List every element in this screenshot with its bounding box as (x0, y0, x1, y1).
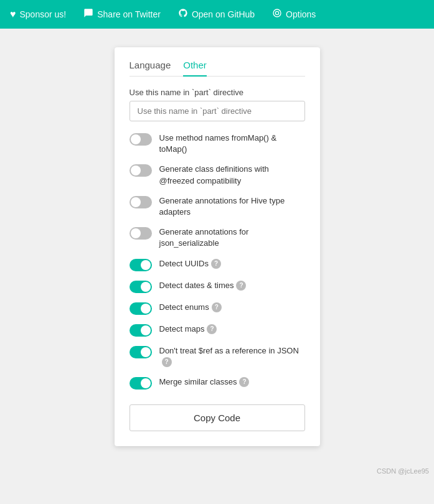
svg-point-0 (275, 11, 278, 14)
toggle-thumb (141, 304, 151, 314)
help-icon-uuids[interactable]: ? (211, 259, 221, 269)
help-icon-ref[interactable]: ? (162, 357, 172, 367)
sponsor-label: Sponsor us! (20, 9, 67, 19)
github-label: Open on GitHub (192, 9, 255, 19)
toggle-row-ref: Don't treat $ref as a reference in JSON? (130, 345, 305, 368)
toggle-label-dates: Detect dates & times? (159, 280, 305, 291)
toggle-thumb (131, 228, 141, 238)
svg-point-1 (273, 9, 281, 17)
toggle-maps[interactable] (130, 324, 152, 337)
toggle-ref[interactable] (130, 346, 152, 358)
help-icon-maps[interactable]: ? (207, 324, 217, 334)
toggle-label-merge: Merge similar classes? (159, 376, 305, 388)
toggle-row-merge: Merge similar classes? (130, 376, 305, 390)
twitter-label: Share on Twitter (97, 9, 161, 19)
toggle-row-json-serializable: Generate annotations for json_serializab… (130, 226, 305, 249)
toggle-uuids[interactable] (130, 259, 152, 271)
toggle-row-freezed: Generate class definitions with @freezed… (130, 164, 305, 186)
github-icon (178, 8, 188, 21)
help-icon-merge[interactable]: ? (239, 377, 249, 387)
copy-code-button[interactable]: Copy Code (130, 404, 305, 431)
toggle-label-uuids: Detect UUIDs? (159, 258, 305, 269)
toggle-hive[interactable] (130, 196, 152, 208)
toggle-label-maps: Detect maps? (159, 324, 305, 335)
toggle-list: Use method names fromMap() & toMap()Gene… (130, 133, 305, 390)
toggle-label-ref: Don't treat $ref as a reference in JSON? (159, 345, 305, 368)
tabs: Language Other (130, 60, 305, 77)
toggle-row-dates: Detect dates & times? (130, 280, 305, 293)
watermark: CSDN @jcLee95 (0, 465, 434, 475)
navbar: ♥ Sponsor us! Share on Twitter Open on G… (0, 0, 434, 29)
toggle-thumb (141, 282, 151, 292)
twitter-icon (83, 8, 93, 21)
toggle-label-json-serializable: Generate annotations for json_serializab… (159, 226, 305, 249)
options-icon (272, 8, 282, 21)
toggle-thumb (131, 166, 141, 175)
part-directive-input[interactable] (130, 101, 305, 121)
toggle-json-serializable[interactable] (130, 227, 152, 240)
help-icon-enums[interactable]: ? (212, 302, 222, 312)
section-label: Use this name in `part` directive (130, 88, 305, 97)
toggle-label-from-map: Use method names fromMap() & toMap() (159, 133, 305, 155)
github-nav-item[interactable]: Open on GitHub (178, 8, 255, 21)
toggle-thumb (141, 325, 151, 335)
options-label: Options (286, 9, 316, 19)
toggle-row-uuids: Detect UUIDs? (130, 258, 305, 271)
help-icon-dates[interactable]: ? (236, 281, 246, 291)
toggle-dates[interactable] (130, 281, 152, 293)
toggle-enums[interactable] (130, 302, 152, 315)
toggle-merge[interactable] (130, 377, 152, 390)
toggle-thumb (141, 260, 151, 270)
toggle-label-hive: Generate annotations for Hive type adapt… (159, 195, 305, 218)
toggle-thumb (131, 197, 141, 207)
options-nav-item[interactable]: Options (272, 8, 316, 21)
toggle-thumb (141, 378, 151, 388)
toggle-from-map[interactable] (130, 133, 152, 146)
toggle-thumb (131, 134, 141, 144)
toggle-thumb (141, 347, 151, 357)
settings-card: Language Other Use this name in `part` d… (115, 47, 320, 446)
toggle-row-enums: Detect enums? (130, 302, 305, 315)
tab-other[interactable]: Other (183, 60, 207, 77)
toggle-row-maps: Detect maps? (130, 324, 305, 337)
toggle-freezed[interactable] (130, 164, 152, 177)
tab-language[interactable]: Language (130, 60, 171, 76)
main-content: Language Other Use this name in `part` d… (0, 29, 434, 465)
sponsor-nav-item[interactable]: ♥ Sponsor us! (10, 9, 66, 20)
heart-icon: ♥ (10, 9, 16, 20)
toggle-row-from-map: Use method names fromMap() & toMap() (130, 133, 305, 155)
toggle-label-freezed: Generate class definitions with @freezed… (159, 164, 305, 186)
toggle-label-enums: Detect enums? (159, 302, 305, 313)
twitter-nav-item[interactable]: Share on Twitter (83, 8, 161, 21)
toggle-row-hive: Generate annotations for Hive type adapt… (130, 195, 305, 218)
